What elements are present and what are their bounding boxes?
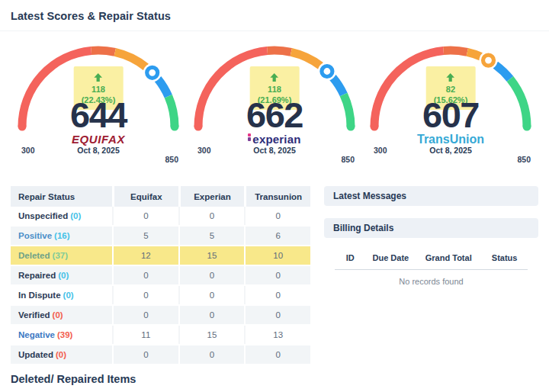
repair-value-cell: 0 [244, 306, 310, 324]
repair-table-body: Unspecified(0)000Positive(16)556Deleted(… [11, 207, 310, 365]
repair-row-in-dispute: In Dispute(0)000 [11, 286, 310, 306]
up-arrow-icon [94, 73, 103, 82]
repair-value-cell: 0 [112, 286, 178, 304]
billing-col-header-status: Status [481, 253, 528, 262]
repair-status-table: Repair StatusEquifaxExperianTransunion U… [11, 186, 310, 365]
repair-value-cell: 0 [178, 306, 245, 324]
repair-value-cell: 0 [244, 266, 310, 284]
repair-row-label: In Dispute [18, 291, 61, 300]
repair-row-label: Repaired [18, 271, 56, 280]
repair-row-repaired: Repaired(0)000 [11, 266, 310, 286]
latest-messages-header: Latest Messages [324, 186, 538, 206]
divider [0, 31, 549, 31]
repair-row-label-cell: Updated(0) [11, 345, 112, 364]
repair-row-label: Updated [18, 350, 53, 359]
billing-col-header-grand-total: Grand Total [416, 253, 481, 262]
repair-value-cell: 0 [178, 207, 245, 225]
repair-table-header: Repair StatusEquifaxExperianTransunion [11, 186, 310, 207]
repair-value-cell: 0 [178, 345, 245, 364]
repair-row-deleted: Deleted(37)121510 [11, 246, 310, 266]
repair-value-cell: 5 [178, 227, 245, 245]
repair-col-header-repair-status: Repair Status [11, 186, 112, 207]
repair-row-negative: Negative(39)111513 [11, 326, 310, 345]
repair-row-count: (0) [56, 350, 66, 359]
repair-row-count: (0) [58, 271, 69, 280]
bureau-logo-text: TransUnion [417, 133, 484, 146]
bureau-logo-transunion: TransUnion [363, 133, 538, 146]
score-date: Oct 8, 2025 [363, 146, 538, 155]
experian-mark-icon [248, 133, 251, 142]
score-change-value: 82 [434, 85, 468, 95]
dashboard-page: Latest Scores & Repair Status 118 (22.43… [0, 0, 549, 385]
bureau-logo-text: experian [252, 133, 300, 146]
repair-value-cell: 6 [244, 227, 310, 245]
repair-row-count: (0) [63, 291, 74, 300]
bureau-logo-experian: experian [187, 133, 362, 145]
repair-value-cell: 13 [244, 326, 310, 344]
repair-row-unspecified: Unspecified(0)000 [11, 207, 310, 227]
scale-min-label: 300 [197, 146, 211, 155]
bureau-logo-equifax: EQUIFAX [11, 133, 186, 145]
page-title: Latest Scores & Repair Status [11, 0, 538, 22]
latest-messages-title: Latest Messages [333, 191, 406, 201]
repair-value-cell: 0 [244, 286, 310, 304]
gauge-scale-row: 300 Oct 8, 2025 850 [363, 146, 538, 156]
billing-table: IDDue DateGrand TotalStatus No records f… [324, 253, 538, 286]
gauge-scale-row: 300 Oct 8, 2025 850 [187, 146, 362, 156]
scale-min-label: 300 [374, 146, 387, 155]
repair-row-count: (16) [54, 231, 69, 240]
score-marker-icon [322, 66, 332, 77]
scale-max-label: 850 [341, 155, 355, 164]
repair-row-label-cell: Unspecified(0) [11, 207, 112, 225]
scale-max-label: 850 [165, 155, 178, 164]
score-value: 644 [11, 97, 186, 133]
score-change-value: 118 [258, 85, 292, 95]
repair-value-cell: 0 [178, 266, 245, 284]
repair-col-header-transunion: Transunion [244, 186, 310, 207]
billing-details-header: Billing Details [324, 218, 538, 238]
repair-value-cell: 0 [112, 207, 178, 225]
repair-col-header-experian: Experian [178, 186, 245, 207]
score-date: Oct 8, 2025 [187, 146, 362, 155]
repair-row-label-cell: Repaired(0) [11, 266, 112, 284]
repair-row-positive: Positive(16)556 [11, 227, 310, 246]
repair-row-label: Unspecified [18, 211, 68, 220]
up-arrow-icon [270, 73, 279, 82]
repair-value-cell: 15 [178, 246, 245, 265]
score-marker-icon [147, 67, 158, 78]
score-change-value: 118 [82, 85, 116, 95]
billing-details-title: Billing Details [333, 223, 393, 233]
repair-row-updated: Updated(0)000 [11, 345, 310, 365]
repair-row-verified: Verified(0)000 [11, 306, 310, 326]
repair-value-cell: 10 [244, 246, 310, 265]
content-row: Repair StatusEquifaxExperianTransunion U… [11, 186, 538, 365]
repair-row-label[interactable]: Deleted [18, 251, 50, 260]
repair-row-label-cell: Verified(0) [11, 306, 112, 324]
score-gauges: 118 (22.43%) 644 EQUIFAX 300 Oct 8, 2025… [11, 41, 538, 157]
deleted-repaired-items-title: Deleted/ Repaired Items [11, 373, 538, 385]
repair-value-cell: 12 [112, 246, 178, 265]
scale-max-label: 850 [517, 155, 531, 164]
repair-row-count: (0) [53, 310, 63, 320]
repair-row-count: (39) [57, 330, 72, 339]
bureau-logo-text: EQUIFAX [72, 133, 125, 146]
scale-min-label: 300 [21, 146, 35, 155]
billing-col-header-id: ID [335, 253, 365, 262]
repair-value-cell: 0 [244, 207, 310, 225]
score-gauge-equifax: 118 (22.43%) 644 EQUIFAX 300 Oct 8, 2025… [11, 41, 186, 157]
repair-value-cell: 0 [112, 345, 178, 364]
score-gauge-experian: 118 (21.69%) 662 experian 300 Oct 8, 202… [187, 41, 362, 157]
billing-table-header: IDDue DateGrand TotalStatus [335, 253, 528, 270]
repair-row-label[interactable]: Negative [18, 330, 55, 339]
repair-value-cell: 0 [178, 286, 245, 304]
repair-row-label-cell: In Dispute(0) [11, 286, 112, 304]
repair-value-cell: 0 [244, 345, 310, 364]
repair-row-count: (37) [53, 251, 68, 260]
up-arrow-icon [446, 73, 455, 82]
score-gauge-transunion: 82 (15.62%) 607 TransUnion 300 Oct 8, 20… [363, 41, 538, 157]
score-value: 607 [363, 97, 538, 133]
repair-row-label[interactable]: Positive [18, 231, 52, 240]
repair-value-cell: 11 [112, 326, 178, 344]
repair-value-cell: 5 [112, 227, 178, 245]
billing-empty-text: No records found [324, 277, 538, 286]
